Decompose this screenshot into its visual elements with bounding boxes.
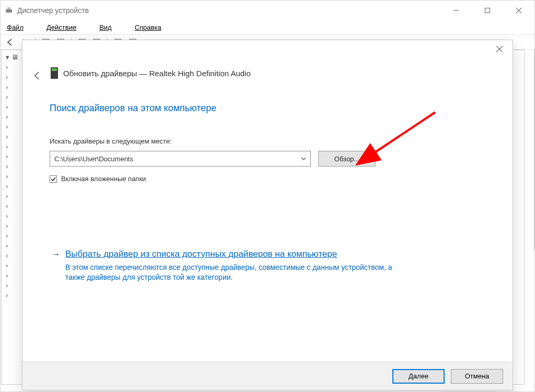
back-button[interactable] <box>32 70 42 82</box>
cancel-button[interactable]: Отмена <box>451 369 503 384</box>
window-title: Диспетчер устройств <box>17 6 440 15</box>
option-title: Выбрать драйвер из списка доступных драй… <box>65 249 337 259</box>
path-value: C:\Users\User\Documents <box>54 155 133 163</box>
maximize-button[interactable] <box>472 1 503 20</box>
pick-from-list-option[interactable]: → Выбрать драйвер из списка доступных др… <box>51 249 481 282</box>
include-subfolders-checkbox[interactable] <box>50 175 57 183</box>
chevron-down-icon <box>301 155 306 163</box>
include-subfolders-label: Включая вложенные папки <box>61 175 146 183</box>
menu-view[interactable]: Вид <box>99 23 123 31</box>
menu-help[interactable]: Справка <box>135 23 173 31</box>
menu-file[interactable]: Файл <box>7 23 35 31</box>
dialog-subtitle: Поиск драйверов на этом компьютере <box>50 103 216 114</box>
dialog-close-button[interactable] <box>492 43 507 57</box>
dialog-title: Обновить драйверы — Realtek High Definit… <box>63 69 251 78</box>
search-location-label: Искать драйверы в следующем месте: <box>50 137 172 145</box>
svg-line-14 <box>373 112 435 154</box>
arrow-right-icon: → <box>51 249 60 259</box>
dialog-headline: Обновить драйверы — Realtek High Definit… <box>51 67 251 79</box>
menu-action[interactable]: Действие <box>46 23 88 31</box>
svg-rect-0 <box>6 9 12 13</box>
next-button[interactable]: Далее <box>392 369 445 384</box>
back-icon[interactable] <box>4 36 16 49</box>
close-button[interactable] <box>503 1 534 20</box>
option-description: В этом списке перечисляются все доступны… <box>65 263 400 282</box>
svg-rect-3 <box>485 8 490 13</box>
titlebar: Диспетчер устройств <box>1 1 534 20</box>
browse-button[interactable]: Обзор... <box>318 151 376 167</box>
minimize-button[interactable] <box>440 1 472 20</box>
path-combobox[interactable]: C:\Users\User\Documents <box>50 151 311 167</box>
app-icon <box>5 6 13 15</box>
update-driver-dialog: Обновить драйверы — Realtek High Definit… <box>22 40 513 390</box>
dialog-footer: Далее Отмена <box>22 362 513 390</box>
device-icon <box>51 67 58 79</box>
svg-rect-1 <box>7 7 10 9</box>
menu-bar: Файл Действие Вид Справка <box>1 20 534 35</box>
